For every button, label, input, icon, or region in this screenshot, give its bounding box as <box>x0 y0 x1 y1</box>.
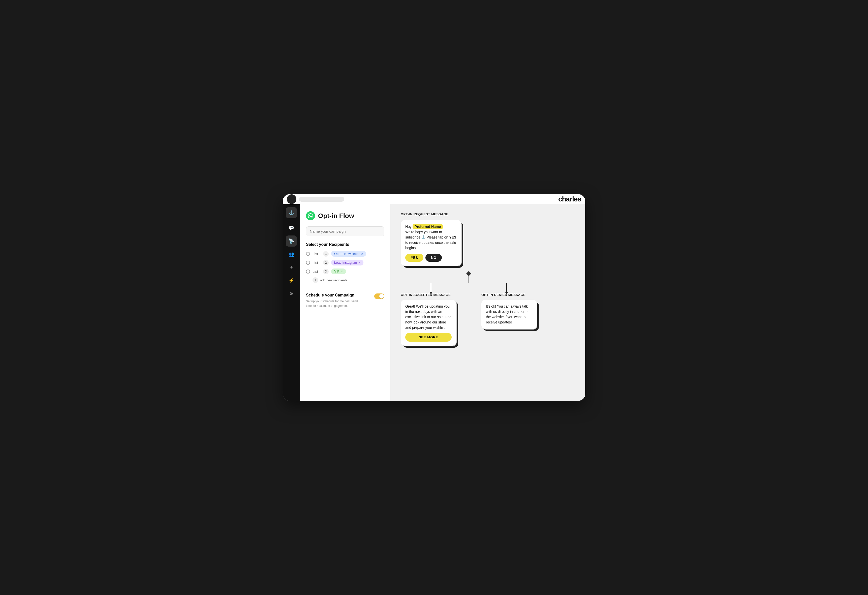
recipient-number-3: 3 <box>323 269 329 274</box>
opt-in-request-bubble: Hey Preferred Name We're hapy you want t… <box>401 220 461 266</box>
bubble-prefix: Hey <box>405 224 413 229</box>
bubble-suffix: to receive updates once the sale begins! <box>405 241 456 250</box>
opt-in-accepted-container: Great! We'll be updating you in the next… <box>401 300 456 345</box>
contacts-icon: 👥 <box>289 251 294 257</box>
device-frame: charles ⚓ 💬 📡 👥 + ⚡ ⚙ <box>283 194 585 401</box>
recipient-type-3: List <box>313 270 320 273</box>
recipient-radio-3[interactable] <box>306 270 310 273</box>
flow-connector-svg <box>426 275 512 295</box>
opt-in-denied-section: OPT-IN DENIED MESSAGE It's ok! You can a… <box>481 293 537 345</box>
title-bar: charles <box>283 194 585 204</box>
sidebar-logo: ⚓ <box>286 207 297 219</box>
recipient-type-1: List <box>313 252 320 256</box>
gear-icon: ⚙ <box>289 291 293 296</box>
chat-icon: 💬 <box>289 225 294 231</box>
right-panel: OPT-IN REQUEST MESSAGE Hey Preferred Nam… <box>391 204 585 401</box>
recipient-tag-remove-1[interactable]: × <box>361 252 363 255</box>
schedule-row: Schedule your Campaign Set up your sched… <box>306 293 384 308</box>
lightning-icon: ⚡ <box>289 278 294 283</box>
recipient-row: List 1 Opt-In Newsletter × <box>306 251 384 257</box>
charles-logo: charles <box>558 195 581 203</box>
sidebar-item-broadcast[interactable]: 📡 <box>286 235 297 247</box>
left-panel: Opt-in Flow Select your Recipients List … <box>300 204 391 401</box>
recipient-tag-2: Lead Instagram × <box>331 260 363 266</box>
recipient-number-2: 2 <box>323 260 329 266</box>
opt-in-request-container: Hey Preferred Name We're hapy you want t… <box>401 220 461 266</box>
opt-in-accepted-section: OPT-IN ACCEPTED MESSAGE Great! We'll be … <box>401 293 456 345</box>
opt-in-denied-container: It's ok! You can always talk with us dir… <box>481 300 537 329</box>
yes-button[interactable]: YES <box>405 254 424 262</box>
sidebar-item-add[interactable]: + <box>286 262 297 273</box>
opt-in-denied-text: It's ok! You can always talk with us dir… <box>486 304 532 325</box>
recipient-tag-3: VIP × <box>331 269 346 274</box>
opt-in-accepted-text: Great! We'll be updating you in the next… <box>405 304 452 330</box>
recipient-row-3: List 3 VIP × <box>306 269 384 274</box>
recipient-type-2: List <box>313 261 320 265</box>
opt-in-buttons: YES NO <box>405 254 457 262</box>
no-button[interactable]: NO <box>425 254 442 262</box>
recipient-tag-remove-3[interactable]: × <box>341 270 343 273</box>
sidebar-item-lightning[interactable]: ⚡ <box>286 275 297 286</box>
opt-in-request-header: OPT-IN REQUEST MESSAGE <box>401 212 575 216</box>
opt-in-request-text: Hey Preferred Name We're hapy you want t… <box>405 224 457 251</box>
sidebar: ⚓ 💬 📡 👥 + ⚡ ⚙ <box>283 204 300 401</box>
url-bar <box>299 196 344 202</box>
recipient-radio-2[interactable] <box>306 261 310 265</box>
add-circle-icon: + <box>313 277 318 283</box>
recipient-tag-label-1: Opt-In Newsletter <box>334 252 360 255</box>
bubble-bold-yes: YES <box>449 235 456 239</box>
sidebar-item-chat[interactable]: 💬 <box>286 222 297 233</box>
recipient-number-1: 1 <box>323 251 329 257</box>
bottom-messages: OPT-IN ACCEPTED MESSAGE Great! We'll be … <box>401 293 575 345</box>
title-bar-dot <box>287 194 297 204</box>
schedule-description: Set up your schedule for the best send t… <box>306 299 362 308</box>
broadcast-icon: 📡 <box>289 238 294 244</box>
preferred-name-tag: Preferred Name <box>413 224 443 229</box>
recipient-tag-label-3: VIP <box>334 270 340 273</box>
opt-in-denied-bubble: It's ok! You can always talk with us dir… <box>481 300 537 329</box>
recipient-tag-remove-2[interactable]: × <box>359 261 360 264</box>
campaign-name-input[interactable] <box>306 226 384 236</box>
schedule-title: Schedule your Campaign <box>306 293 362 297</box>
sidebar-item-contacts[interactable]: 👥 <box>286 249 297 260</box>
whatsapp-icon <box>306 211 315 220</box>
opt-in-accepted-header: OPT-IN ACCEPTED MESSAGE <box>401 293 456 297</box>
opt-in-accepted-bubble: Great! We'll be updating you in the next… <box>401 300 456 345</box>
flow-title: Opt-in Flow <box>306 211 384 220</box>
add-recipients-label: add new recipients <box>320 278 347 282</box>
recipient-tag-label-2: Lead Instagram <box>334 261 357 264</box>
recipient-radio-1[interactable] <box>306 252 310 256</box>
anchor-icon: ⚓ <box>289 210 294 216</box>
schedule-toggle[interactable] <box>374 294 384 299</box>
sidebar-item-settings[interactable]: ⚙ <box>286 288 297 299</box>
flow-arrows <box>426 272 575 295</box>
opt-in-denied-header: OPT-IN DENIED MESSAGE <box>481 293 537 297</box>
see-more-button[interactable]: SEE MORE <box>405 333 452 342</box>
bubble-body: We're hapy you want to subscribe ⚓ Pleas… <box>405 230 449 239</box>
recipient-row-2: List 2 Lead Instagram × <box>306 260 384 266</box>
toggle-knob <box>379 294 384 298</box>
flow-title-text: Opt-in Flow <box>318 212 354 220</box>
add-recipients-button[interactable]: + add new recipients <box>313 277 384 283</box>
add-icon: + <box>290 264 293 270</box>
recipients-section-title: Select your Recipients <box>306 242 384 247</box>
app-body: ⚓ 💬 📡 👥 + ⚡ ⚙ <box>283 204 585 401</box>
schedule-section: Schedule your Campaign Set up your sched… <box>306 293 384 308</box>
recipient-tag-1: Opt-In Newsletter × <box>331 251 366 257</box>
